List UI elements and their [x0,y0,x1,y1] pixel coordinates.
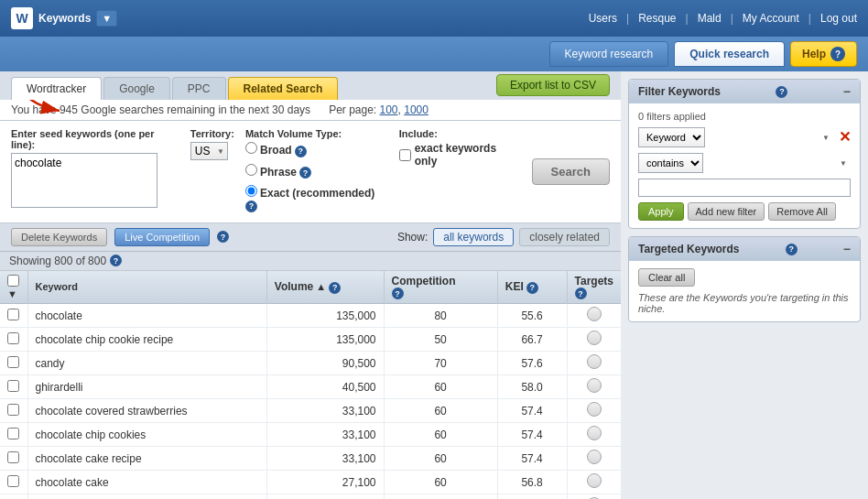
row-checkbox[interactable] [7,332,19,344]
include-exact-checkbox-label[interactable]: exact keywords only [399,142,521,168]
competition-info-icon[interactable]: ? [392,287,404,299]
row-target-cell[interactable] [567,328,621,352]
nav-users[interactable]: Users [589,12,617,25]
seed-keywords-input[interactable]: chocolate [11,153,157,208]
filter-contains-select[interactable]: contains [638,153,703,173]
target-circle-button[interactable] [587,331,602,345]
row-checkbox[interactable] [7,309,19,320]
row-checkbox-cell[interactable] [0,447,27,471]
targets-info-icon[interactable]: ? [575,287,587,299]
row-target-cell[interactable] [567,352,621,375]
row-target-cell[interactable] [567,375,621,399]
row-target-cell[interactable] [567,423,621,447]
row-target-cell[interactable] [567,494,621,500]
row-checkbox[interactable] [7,380,19,392]
row-checkbox-cell[interactable] [0,471,27,494]
target-circle-button[interactable] [587,426,602,440]
filter-collapse-button[interactable]: − [843,84,851,99]
row-checkbox[interactable] [7,475,19,487]
showing-info-icon[interactable]: ? [110,255,122,266]
tab-related-search[interactable]: Related Search [228,77,339,100]
row-target-cell[interactable] [567,304,621,328]
select-all-checkbox[interactable] [7,275,19,287]
phrase-info-icon[interactable]: ? [299,167,311,179]
nav-my-account[interactable]: My Account [743,12,799,25]
target-circle-button[interactable] [587,402,602,417]
targeted-keywords-info-icon[interactable]: ? [786,244,797,255]
live-comp-info-icon[interactable]: ? [217,231,229,243]
nav-mald[interactable]: Mald [698,12,722,25]
target-circle-button[interactable] [587,378,602,393]
live-competition-button[interactable]: Live Competition [114,228,210,246]
volume-info-icon[interactable]: ? [329,282,341,294]
show-all-keywords-button[interactable]: all keywords [433,228,514,246]
remove-all-filters-button[interactable]: Remove All [768,202,836,221]
row-checkbox-cell[interactable] [0,304,27,328]
target-circle-button[interactable] [587,307,602,321]
help-button[interactable]: Help ? [790,41,857,67]
row-checkbox-cell[interactable] [0,328,27,352]
radio-exact-label[interactable]: Exact (recommended) ? [245,185,388,212]
row-checkbox-cell[interactable] [0,423,27,447]
per-page-label: Per page: 100, 1000 [329,103,429,116]
filter-delete-icon[interactable]: ✕ [839,130,851,145]
filter-field-select[interactable]: Keyword [638,127,705,147]
th-kei[interactable]: KEI ? [497,271,567,304]
kei-info-icon[interactable]: ? [526,282,538,294]
clear-all-button[interactable]: Clear all [638,268,695,287]
target-circle-button[interactable] [587,354,602,369]
export-csv-button[interactable]: Export list to CSV [496,74,610,96]
target-circle-button[interactable] [587,450,602,464]
radio-broad[interactable] [245,142,257,154]
row-checkbox-cell[interactable] [0,375,27,399]
per-page-1000[interactable]: 1000 [404,103,429,116]
th-competition[interactable]: Competition? [384,271,497,304]
radio-phrase-label[interactable]: Phrase ? [245,164,388,179]
th-keyword[interactable]: Keyword [27,271,266,304]
delete-keywords-button[interactable]: Delete Keywords [11,228,107,246]
include-exact-checkbox[interactable] [399,149,411,161]
row-target-cell[interactable] [567,447,621,471]
filter-value-input[interactable] [638,179,851,197]
tab-ppc[interactable]: PPC [172,77,226,100]
row-target-cell[interactable] [567,471,621,494]
row-checkbox[interactable] [7,451,19,463]
row-checkbox[interactable] [7,356,19,368]
add-filter-button[interactable]: Add new filter [688,202,765,221]
row-kei: 57.6 [497,352,567,375]
search-button[interactable]: Search [532,158,610,185]
row-checkbox-cell[interactable] [0,399,27,423]
row-checkbox[interactable] [7,428,19,439]
tab-keyword-research[interactable]: Keyword research [549,41,669,67]
row-keyword: ghirardelli [27,375,266,399]
exact-info-icon[interactable]: ? [245,201,257,212]
th-targets[interactable]: Targets? [567,271,621,304]
targeted-collapse-button[interactable]: − [843,242,851,256]
target-circle-button[interactable] [587,473,602,488]
territory-select[interactable]: US [190,142,228,160]
broad-info-icon[interactable]: ? [295,146,307,157]
match-type-radios: Broad ? Phrase ? Exact (recommended) ? [245,142,388,215]
row-target-cell[interactable] [567,399,621,423]
bookmark-button[interactable]: ▼ [96,10,117,27]
tab-wordtracker[interactable]: Wordtracker [11,77,102,100]
tab-quick-research[interactable]: Quick research [674,41,785,67]
apply-filter-button[interactable]: Apply [638,202,684,221]
radio-broad-label[interactable]: Broad ? [245,142,388,157]
filter-keywords-info-icon[interactable]: ? [776,86,787,98]
per-page-100[interactable]: 100 [380,103,398,116]
nav-resque[interactable]: Resque [638,12,676,25]
right-panel: Filter Keywords ? − 0 filters applied Ke… [621,71,868,499]
radio-exact[interactable] [245,185,257,197]
row-keyword: chocolate chip cookie recipe [27,328,266,352]
radio-phrase[interactable] [245,164,257,176]
show-closely-related-button[interactable]: closely related [519,228,610,246]
row-checkbox-cell[interactable] [0,494,27,500]
tab-google[interactable]: Google [103,77,170,100]
row-checkbox[interactable] [7,404,19,416]
row-checkbox-cell[interactable] [0,352,27,375]
th-checkbox[interactable]: ▼ [0,271,27,304]
row-competition: 60 [384,447,497,471]
th-volume[interactable]: Volume ▲ ? [266,271,384,304]
nav-log-out[interactable]: Log out [820,12,857,25]
